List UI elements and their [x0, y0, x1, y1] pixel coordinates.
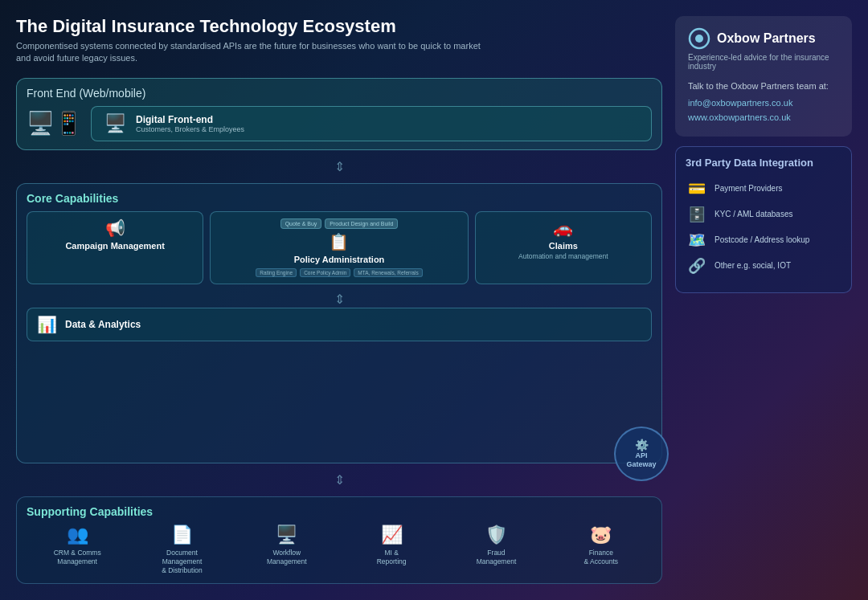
- fraud-icon: 🛡️: [485, 524, 507, 545]
- tp-postcode: 🗺️ Postcode / Address lookup: [686, 231, 841, 249]
- core-title: Core Capabilities: [27, 192, 652, 205]
- payment-label: Payment Providers: [714, 183, 782, 194]
- campaign-card: 📢 Campaign Management: [27, 211, 203, 284]
- policy-card: Quote & Buy Product Design and Build 📋 P…: [210, 211, 468, 284]
- policy-title: Policy Administration: [294, 255, 385, 264]
- third-party-box: 3rd Party Data Integration 💳 Payment Pro…: [675, 146, 852, 293]
- other-label: Other e.g. social, IOT: [714, 260, 791, 271]
- brand-logo: Oxbow Partners: [688, 27, 839, 50]
- workflow-icon: 🖥️: [276, 524, 297, 545]
- supporting-title: Supporting Capabilities: [27, 505, 652, 518]
- contact-title: Talk to the Oxbow Partners team at:: [688, 79, 839, 94]
- postcode-label: Postcode / Address lookup: [714, 235, 809, 245]
- frontend-card: 🖥️ Digital Front-end Customers, Brokers …: [91, 106, 652, 141]
- fraud-label: FraudManagement: [477, 549, 517, 566]
- device-icon: 🖥️📱: [27, 110, 83, 137]
- policy-badge-2: Product Design and Build: [325, 218, 398, 229]
- doc-icon: 📄: [171, 524, 193, 545]
- campaign-icon: 📢: [105, 218, 125, 238]
- svg-point-1: [695, 35, 703, 43]
- header: The Digital Insurance Technology Ecosyst…: [16, 16, 662, 65]
- doc-label: DocumentManagement& Distribution: [162, 549, 203, 575]
- oxbow-logo-icon: [688, 27, 710, 50]
- frontend-card-text: Digital Front-end Customers, Brokers & E…: [136, 114, 244, 133]
- api-gateway-label: APIGateway: [626, 451, 656, 469]
- frontend-title: Front End (Web/mobile): [27, 87, 652, 100]
- support-item-crm: 👥 CRM & CommsManagement: [27, 524, 128, 575]
- campaign-title: Campaign Management: [65, 241, 164, 251]
- supporting-inner: 👥 CRM & CommsManagement 📄 DocumentManage…: [27, 524, 652, 575]
- mi-label: MI &Reporting: [377, 549, 407, 566]
- claims-title: Claims: [549, 241, 578, 251]
- tp-payment: 💳 Payment Providers: [686, 180, 841, 198]
- frontend-section: Front End (Web/mobile) 🖥️📱 🖥️ Digital Fr…: [16, 78, 662, 150]
- tp-other: 🔗 Other e.g. social, IOT: [686, 257, 841, 275]
- core-inner: 📢 Campaign Management Quote & Buy Produc…: [27, 211, 652, 284]
- kyc-icon: 🗄️: [686, 206, 708, 223]
- payment-icon: 💳: [686, 180, 708, 198]
- frontend-card-subtitle: Customers, Brokers & Employees: [136, 125, 244, 133]
- arrow-3: ⇕: [16, 471, 662, 488]
- analytics-bar: 📊 Data & Analytics: [27, 308, 652, 341]
- brand-contact: Talk to the Oxbow Partners team at: info…: [688, 79, 839, 125]
- policy-icon: 📋: [329, 232, 349, 251]
- support-item-workflow: 🖥️ WorkflowManagement: [236, 524, 338, 575]
- left-panel: The Digital Insurance Technology Ecosyst…: [16, 16, 662, 584]
- right-panel: Oxbow Partners Experience-led advice for…: [675, 16, 852, 584]
- policy-badge-1: Quote & Buy: [280, 218, 322, 229]
- brand-tagline: Experience-led advice for the insurance …: [688, 53, 839, 71]
- other-icon: 🔗: [686, 257, 708, 275]
- brand-name: Oxbow Partners: [717, 31, 816, 46]
- api-gateway-icon: ⚙️: [635, 439, 649, 451]
- tp-kyc: 🗄️ KYC / AML databases: [686, 206, 841, 223]
- policy-sub-1: Rating Engine: [256, 268, 297, 277]
- frontend-inner: 🖥️📱 🖥️ Digital Front-end Customers, Brok…: [27, 106, 652, 141]
- postcode-icon: 🗺️: [686, 231, 708, 249]
- support-item-mi: 📈 MI &Reporting: [341, 524, 442, 575]
- core-section: Core Capabilities 📢 Campaign Management …: [16, 183, 662, 463]
- policy-badges: Quote & Buy Product Design and Build: [280, 218, 399, 229]
- support-item-finance: 🐷 Finance& Accounts: [551, 524, 652, 575]
- brand-email[interactable]: info@oxbowpartners.co.uk: [688, 96, 839, 111]
- policy-sub-badges: Rating Engine Core Policy Admin MTA, Ren…: [256, 268, 422, 277]
- workflow-label: WorkflowManagement: [267, 549, 307, 566]
- analytics-icon: 📊: [37, 315, 57, 334]
- mi-icon: 📈: [381, 524, 403, 545]
- page-title: The Digital Insurance Technology Ecosyst…: [16, 16, 662, 37]
- brand-website[interactable]: www.oxbowpartners.co.uk: [688, 110, 839, 125]
- policy-sub-2: Core Policy Admin: [300, 268, 350, 277]
- support-item-doc: 📄 DocumentManagement& Distribution: [131, 524, 232, 575]
- finance-label: Finance& Accounts: [584, 549, 619, 566]
- brand-box: Oxbow Partners Experience-led advice for…: [675, 16, 852, 137]
- frontend-card-title: Digital Front-end: [136, 114, 244, 125]
- frontend-card-icon: 🖥️: [104, 113, 126, 134]
- claims-card: 🚗 Claims Automation and management: [475, 211, 652, 284]
- page-subtitle: Componentised systems connected by stand…: [16, 40, 482, 65]
- kyc-label: KYC / AML databases: [714, 209, 792, 219]
- crm-icon: 👥: [67, 524, 88, 545]
- claims-subtitle: Automation and management: [518, 252, 608, 260]
- claims-icon: 🚗: [553, 218, 573, 238]
- arrow-2: ⇕: [27, 291, 652, 308]
- finance-icon: 🐷: [590, 524, 612, 545]
- third-party-title: 3rd Party Data Integration: [686, 157, 841, 170]
- crm-label: CRM & CommsManagement: [54, 549, 101, 566]
- api-gateway: ⚙️ APIGateway: [614, 427, 669, 481]
- policy-sub-3: MTA, Renewals, Referrals: [354, 268, 422, 277]
- arrow-1: ⇕: [16, 158, 662, 175]
- main-container: The Digital Insurance Technology Ecosyst…: [0, 0, 868, 600]
- support-item-fraud: 🛡️ FraudManagement: [445, 524, 547, 575]
- supporting-section: Supporting Capabilities 👥 CRM & CommsMan…: [16, 496, 662, 584]
- analytics-title: Data & Analytics: [65, 319, 141, 330]
